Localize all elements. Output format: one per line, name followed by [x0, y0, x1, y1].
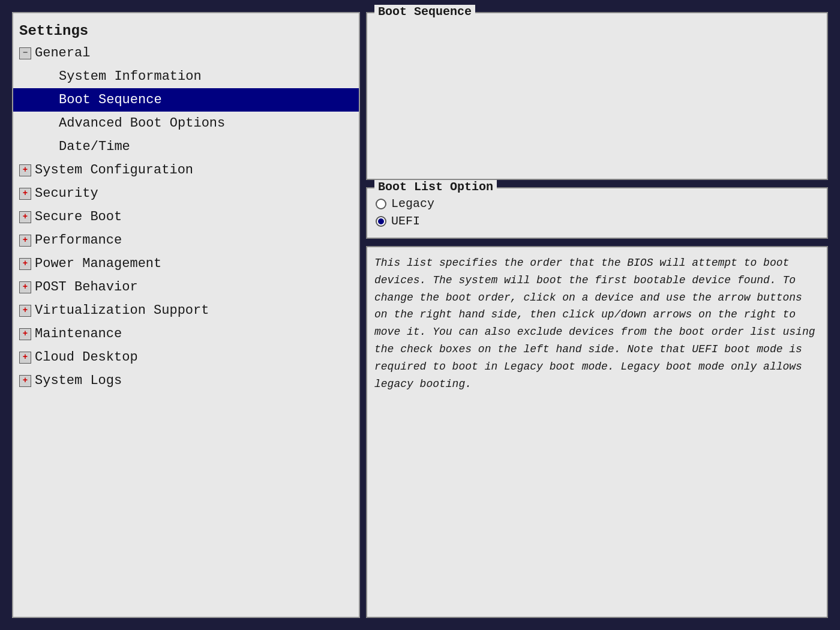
expander-power-management[interactable]: + [19, 258, 31, 270]
info-text: This list specifies the order that the B… [374, 257, 815, 390]
radio-label-uefi: UEFI [391, 214, 420, 228]
expander-cloud-desktop[interactable]: + [19, 352, 31, 364]
radio-item-legacy[interactable]: Legacy [376, 197, 818, 211]
tree-label-advanced-boot-options: Advanced Boot Options [59, 113, 225, 133]
bios-screen: Settings −GeneralSystem InformationBoot … [0, 0, 840, 630]
tree-item-general[interactable]: −General [13, 41, 359, 65]
tree-item-system-configuration[interactable]: +System Configuration [13, 158, 359, 182]
tree-label-date-time: Date/Time [59, 137, 130, 157]
tree-item-maintenance[interactable]: +Maintenance [13, 322, 359, 346]
left-panel: Settings −GeneralSystem InformationBoot … [12, 12, 360, 618]
expander-system-logs[interactable]: + [19, 375, 31, 387]
tree-item-boot-sequence[interactable]: Boot Sequence [13, 88, 359, 112]
expander-general[interactable]: − [19, 47, 31, 59]
tree-label-secure-boot: Secure Boot [35, 207, 122, 227]
tree-item-date-time[interactable]: Date/Time [13, 135, 359, 158]
tree-label-cloud-desktop: Cloud Desktop [35, 347, 138, 367]
expander-maintenance[interactable]: + [19, 328, 31, 340]
expander-security[interactable]: + [19, 188, 31, 200]
radio-container: LegacyUEFI [376, 197, 818, 228]
tree-item-post-behavior[interactable]: +POST Behavior [13, 275, 359, 299]
tree-item-cloud-desktop[interactable]: +Cloud Desktop [13, 346, 359, 369]
tree-item-secure-boot[interactable]: +Secure Boot [13, 205, 359, 229]
tree-label-system-logs: System Logs [35, 371, 122, 391]
tree-item-system-information[interactable]: System Information [13, 65, 359, 88]
boot-sequence-title: Boot Sequence [374, 5, 475, 19]
boot-sequence-box: Boot Sequence [366, 12, 828, 180]
tree-label-maintenance: Maintenance [35, 324, 122, 344]
tree-container: −GeneralSystem InformationBoot SequenceA… [13, 41, 359, 392]
tree-item-advanced-boot-options[interactable]: Advanced Boot Options [13, 112, 359, 135]
tree-item-virtualization-support[interactable]: +Virtualization Support [13, 299, 359, 322]
radio-label-legacy: Legacy [391, 197, 434, 211]
tree-label-post-behavior: POST Behavior [35, 277, 138, 297]
tree-label-performance: Performance [35, 230, 122, 250]
root-label: Settings [13, 19, 359, 41]
expander-virtualization-support[interactable]: + [19, 305, 31, 317]
tree-label-boot-sequence: Boot Sequence [59, 90, 162, 110]
right-panel: Boot Sequence Boot List Option LegacyUEF… [366, 12, 828, 618]
tree-label-security: Security [35, 184, 98, 203]
tree-label-power-management: Power Management [35, 254, 161, 274]
tree-label-system-information: System Information [59, 67, 202, 86]
radio-circle-uefi [376, 216, 386, 227]
tree-label-virtualization-support: Virtualization Support [35, 301, 209, 320]
expander-performance[interactable]: + [19, 235, 31, 247]
tree-item-performance[interactable]: +Performance [13, 229, 359, 252]
expander-secure-boot[interactable]: + [19, 211, 31, 223]
tree-label-general: General [35, 43, 90, 63]
tree-item-system-logs[interactable]: +System Logs [13, 369, 359, 392]
tree-item-power-management[interactable]: +Power Management [13, 252, 359, 275]
tree-label-system-configuration: System Configuration [35, 160, 193, 180]
expander-post-behavior[interactable]: + [19, 281, 31, 293]
tree-item-security[interactable]: +Security [13, 182, 359, 205]
boot-list-option-box: Boot List Option LegacyUEFI [366, 187, 828, 239]
info-box: This list specifies the order that the B… [366, 246, 828, 618]
expander-system-configuration[interactable]: + [19, 164, 31, 176]
boot-list-option-title: Boot List Option [374, 180, 497, 194]
radio-circle-legacy [376, 199, 386, 209]
radio-item-uefi[interactable]: UEFI [376, 214, 818, 228]
